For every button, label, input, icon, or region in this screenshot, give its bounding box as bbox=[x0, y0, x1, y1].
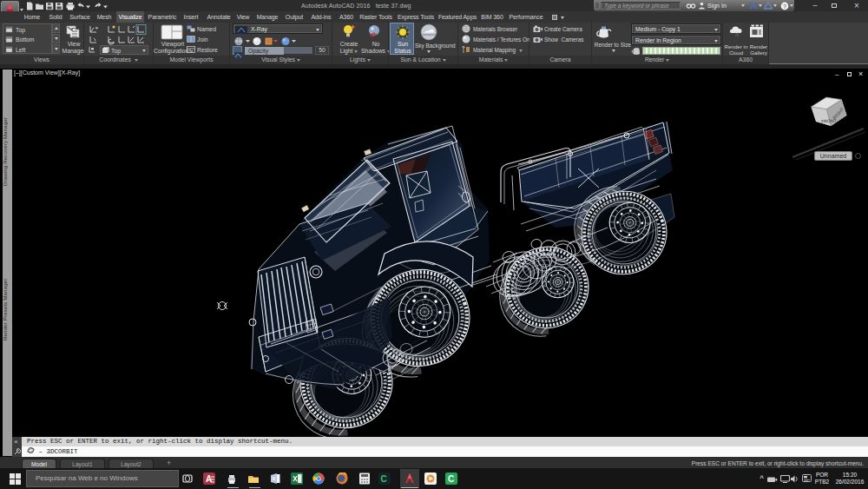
svg-text:?: ? bbox=[783, 3, 786, 9]
svg-text:C: C bbox=[448, 474, 454, 484]
svg-text:C: C bbox=[381, 474, 387, 484]
